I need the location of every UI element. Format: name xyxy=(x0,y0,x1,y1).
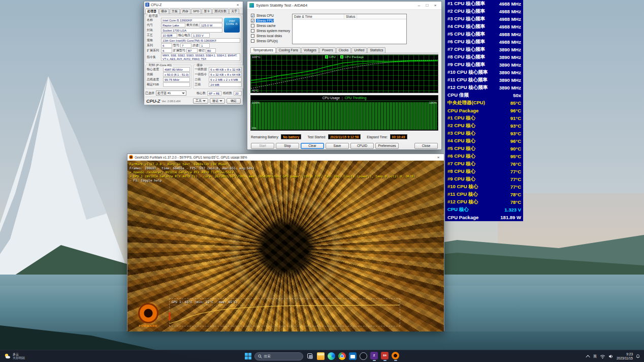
clock[interactable]: 9:23 2023/11/15 xyxy=(617,352,633,360)
stress-option-row[interactable]: Stress local disks xyxy=(251,33,291,38)
aida64-taskbar-button[interactable]: 64 xyxy=(381,352,389,361)
bus-speed-field: 99.75 MHz xyxy=(163,77,190,82)
bus-speed-label: 总线速度 xyxy=(147,77,162,82)
close-icon[interactable]: × xyxy=(234,3,242,7)
checkbox-icon[interactable] xyxy=(251,34,254,38)
minimize-icon[interactable]: – xyxy=(415,3,423,8)
aida-tab[interactable]: Cooling Fans xyxy=(276,47,301,53)
sensor-label: CPU Package xyxy=(447,108,478,113)
clock-date: 2023/11/15 xyxy=(617,356,633,360)
legend-checkbox-icon[interactable] xyxy=(340,55,343,58)
furmark-osd-text: FurMark v1.37.2.0 - Burn-in test, 1280x7… xyxy=(130,162,415,183)
chevron-down-icon xyxy=(219,100,222,102)
sensor-label: #1 CPU 核心频率 xyxy=(447,1,485,7)
legend-cpu[interactable]: CPU xyxy=(325,55,336,58)
aida-button[interactable]: Stop xyxy=(276,143,299,149)
aida-tab[interactable]: Unified xyxy=(351,47,367,53)
search-input[interactable] xyxy=(264,354,296,358)
aida-button[interactable]: Save xyxy=(326,143,349,149)
cpuz-tab[interactable]: 处理器 xyxy=(145,9,158,14)
hidden-icons-chevron-icon[interactable] xyxy=(586,355,590,359)
codename-label: 代号 xyxy=(147,23,160,27)
wifi-icon[interactable] xyxy=(600,354,605,359)
running-indicator xyxy=(383,360,387,361)
checkbox-icon[interactable] xyxy=(251,39,254,43)
cpuz-tab[interactable]: 关于 xyxy=(229,9,239,14)
file-explorer-button[interactable] xyxy=(317,352,325,360)
close-icon[interactable]: × xyxy=(431,3,439,8)
cpuz-titlebar[interactable]: Z CPU-Z × xyxy=(144,2,243,8)
aida-tab[interactable]: Powers xyxy=(319,47,336,53)
core-voltage-label: 核心电压 xyxy=(178,33,190,38)
aida-tab[interactable]: Clocks xyxy=(336,47,351,53)
aida-button[interactable]: Preferences xyxy=(375,143,399,149)
stress-option-row[interactable]: Stress cache xyxy=(251,23,291,28)
stress-option-row[interactable]: Stress system memory xyxy=(251,28,291,33)
maximize-icon[interactable]: □ xyxy=(423,3,431,8)
core-voltage-field: 1.333 V xyxy=(191,33,210,38)
ok-button[interactable]: 确定 xyxy=(227,98,241,104)
aida-button[interactable]: CPUID xyxy=(350,143,374,149)
legend-cpu-package[interactable]: CPU Package xyxy=(340,55,364,58)
aida-tab[interactable]: Voltages xyxy=(301,47,319,53)
sensor-value: 77°C xyxy=(510,169,521,174)
legend-checkbox-icon[interactable] xyxy=(325,55,328,58)
gpu-temp-graph: GPU 1: 65°C (min: 32°C - max: 65°C) xyxy=(169,298,400,326)
edge-button[interactable] xyxy=(328,352,335,360)
stress-option-row[interactable]: Stress GPU(s) xyxy=(251,38,291,43)
osd-line: Frames: 190697 - time: 66m55s - FPS: 597… xyxy=(130,166,415,170)
checkbox-icon[interactable]: ✓ xyxy=(251,19,254,22)
task-view-button[interactable] xyxy=(306,352,314,360)
aida-tab[interactable]: Temperatures xyxy=(250,47,276,53)
instructions-field: MMX, SSE, SSE2, SSE3, SSSE3, SSE4.1, SSE… xyxy=(161,53,240,61)
furmark-taskbar-button[interactable] xyxy=(392,352,399,361)
cpuz-tab[interactable]: 测试分数 xyxy=(212,9,229,14)
checkbox-icon[interactable]: ✓ xyxy=(251,14,254,17)
cpuz-tab[interactable]: 显卡 xyxy=(202,9,212,14)
cpuz-tab[interactable]: 内存 xyxy=(180,9,190,14)
cpuz-tab[interactable]: 主板 xyxy=(170,9,180,14)
sensor-row: CPU 核心 1.323 V xyxy=(445,206,523,214)
stress-option-row[interactable]: ✓ Stress CPU xyxy=(251,13,291,18)
aida-button[interactable]: Start xyxy=(251,143,274,149)
weather-widget[interactable]: 多云 大部晴朗 xyxy=(0,350,29,362)
aida-titlebar[interactable]: System Stability Test - AIDA64 – □ × xyxy=(247,2,441,10)
aida-tab-bar: TemperaturesCooling FansVoltagesPowersCl… xyxy=(250,47,438,53)
rated-fsb-field xyxy=(163,82,190,87)
event-list[interactable]: Date & Time Status xyxy=(292,14,407,44)
stress-option-row[interactable]: ✓ Stress FPU xyxy=(251,18,291,23)
aida-tab[interactable]: Statistics xyxy=(367,47,385,53)
datetime-column-header[interactable]: Date & Time xyxy=(293,14,344,19)
tools-button[interactable]: 工具 xyxy=(193,98,208,104)
volume-icon[interactable] xyxy=(608,354,614,359)
taskbar-search[interactable] xyxy=(254,352,303,360)
processor-select[interactable]: 处理器 #1 xyxy=(156,90,186,96)
start-button[interactable] xyxy=(245,353,251,359)
notification-bell-icon[interactable] xyxy=(636,354,640,358)
sensor-value: 4988 MHz xyxy=(499,16,521,22)
sensor-row: #2 CPU 核心频率 4988 MHz xyxy=(445,8,523,15)
checkbox-icon[interactable] xyxy=(251,24,254,27)
close-icon[interactable]: × xyxy=(434,155,442,160)
chrome-button[interactable] xyxy=(338,352,346,360)
close-button[interactable]: Close xyxy=(414,143,438,149)
aida-button[interactable]: Clear xyxy=(301,143,324,149)
cpuz-taskbar-button[interactable]: Z xyxy=(370,352,378,361)
temp-marker xyxy=(169,312,170,320)
revision-field: B0 xyxy=(206,48,216,53)
sensor-label: #3 CPU 核心 xyxy=(447,130,475,137)
cpuz-tab[interactable]: SPD xyxy=(191,9,201,14)
furmark-titlebar[interactable]: GeeKs3D FurMark v1.37.2.0 - 597FPS, GPU1… xyxy=(127,154,444,161)
sensor-value: 78°C xyxy=(510,192,521,197)
store-button[interactable] xyxy=(349,352,357,360)
obs-button[interactable] xyxy=(360,352,367,360)
sensor-label: #9 CPU 核心频率 xyxy=(447,62,485,68)
status-column-header[interactable]: Status xyxy=(344,14,357,19)
sensor-value: 4988 MHz xyxy=(499,32,521,37)
ime-indicator[interactable]: 英 xyxy=(593,354,597,359)
validate-button[interactable]: 验证 xyxy=(210,98,225,104)
checkbox-icon[interactable] xyxy=(251,29,254,33)
cpuz-tab[interactable]: 缓存 xyxy=(159,9,169,14)
sensor-value: 181.89 W xyxy=(500,215,521,220)
sensor-value: 3890 MHz xyxy=(499,77,521,83)
